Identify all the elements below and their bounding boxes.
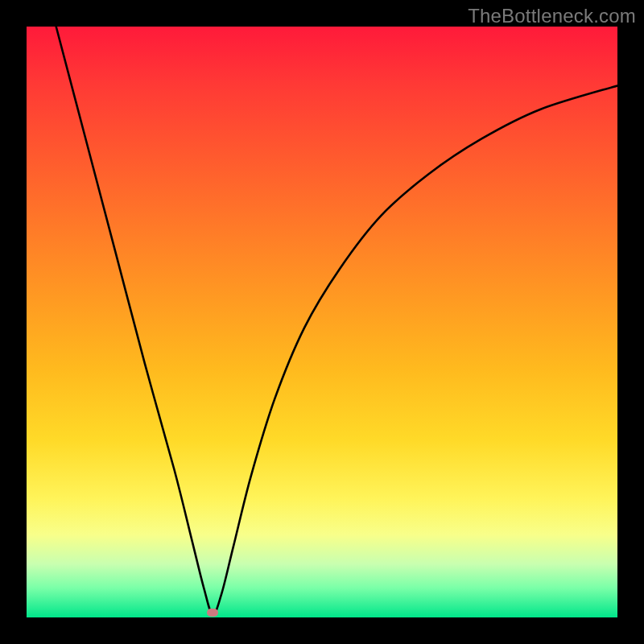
plot-area: [27, 27, 617, 617]
watermark-text: TheBottleneck.com: [468, 5, 636, 27]
minimum-marker: [207, 609, 218, 617]
chart-frame: TheBottleneck.com: [0, 0, 644, 644]
bottleneck-curve: [27, 27, 617, 617]
